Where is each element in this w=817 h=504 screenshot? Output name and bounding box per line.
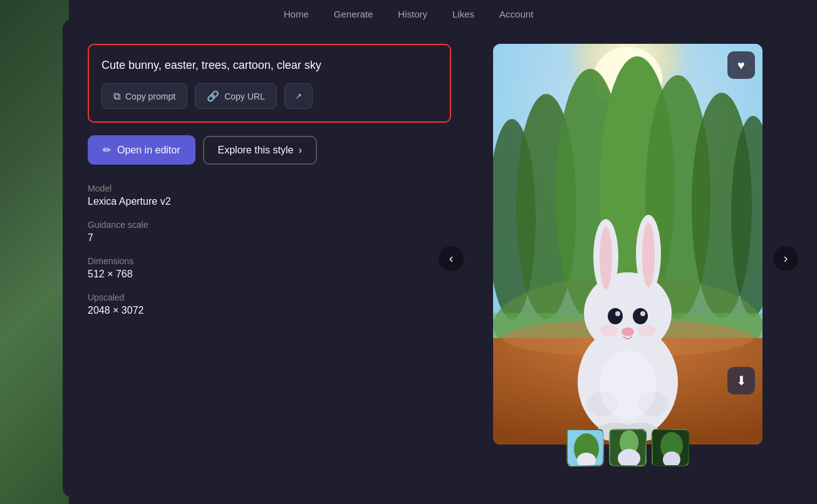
copy-prompt-button[interactable]: ⧉ Copy prompt — [101, 83, 187, 109]
guidance-value: 7 — [88, 232, 451, 244]
download-icon: ⬇ — [736, 373, 747, 388]
model-item: Model Lexica Aperture v2 — [88, 183, 451, 207]
copy-icon: ⧉ — [113, 91, 120, 102]
favorite-button[interactable]: ♥ — [727, 51, 755, 79]
heart-icon: ♥ — [737, 58, 745, 73]
next-image-button[interactable]: › — [773, 246, 798, 271]
prompt-box: Cute bunny, easter, trees, cartoon, clea… — [88, 44, 451, 123]
open-editor-button[interactable]: ✏ Open in editor — [88, 135, 195, 165]
guidance-item: Guidance scale 7 — [88, 220, 451, 244]
left-panel: Cute bunny, easter, trees, cartoon, clea… — [88, 44, 451, 473]
arrow-left-icon: ‹ — [449, 251, 454, 265]
download-button[interactable]: ⬇ — [727, 367, 755, 394]
prompt-text: Cute bunny, easter, trees, cartoon, clea… — [101, 58, 437, 73]
model-label: Model — [88, 183, 451, 193]
thumbnail-strip — [566, 429, 689, 466]
main-image: ♥ ⬇ — [493, 44, 762, 445]
explore-style-label: Explore this style — [218, 145, 294, 156]
dimensions-item: Dimensions 512 × 768 — [88, 256, 451, 280]
explore-style-button[interactable]: Explore this style › — [203, 136, 317, 165]
thumbnail-1[interactable] — [566, 429, 604, 466]
svg-point-26 — [638, 324, 655, 337]
wand-icon: ✏ — [103, 144, 111, 156]
nav-history[interactable]: History — [398, 9, 427, 19]
svg-point-25 — [600, 324, 618, 337]
svg-point-23 — [640, 311, 645, 316]
navbar: Home Generate History Likes Account — [0, 0, 817, 28]
nav-generate[interactable]: Generate — [334, 9, 373, 19]
right-panel: ‹ — [476, 44, 779, 473]
copy-prompt-label: Copy prompt — [125, 91, 175, 101]
nav-likes[interactable]: Likes — [452, 9, 474, 19]
upscaled-value: 2048 × 3072 — [88, 305, 451, 316]
prompt-buttons: ⧉ Copy prompt 🔗 Copy URL ↗ — [101, 83, 437, 109]
copy-url-label: Copy URL — [224, 91, 265, 101]
svg-point-17 — [600, 227, 612, 289]
bg-image-left — [0, 0, 69, 504]
open-editor-label: Open in editor — [117, 145, 180, 156]
model-value: Lexica Aperture v2 — [88, 196, 451, 207]
svg-point-31 — [600, 351, 656, 419]
svg-point-24 — [622, 327, 634, 336]
copy-url-button[interactable]: 🔗 Copy URL — [195, 83, 277, 109]
upscaled-item: Upscaled 2048 × 3072 — [88, 292, 451, 316]
svg-point-20 — [608, 308, 623, 324]
metadata-section: Model Lexica Aperture v2 Guidance scale … — [88, 183, 451, 316]
nav-home[interactable]: Home — [284, 9, 309, 19]
dimensions-value: 512 × 768 — [88, 269, 451, 280]
main-panel: Cute bunny, easter, trees, cartoon, clea… — [63, 19, 804, 498]
external-link-button[interactable]: ↗ — [284, 83, 313, 109]
upscaled-label: Upscaled — [88, 292, 451, 302]
svg-point-21 — [633, 308, 648, 324]
link-icon: 🔗 — [207, 90, 219, 102]
guidance-label: Guidance scale — [88, 220, 451, 230]
nav-account[interactable]: Account — [499, 9, 533, 19]
chevron-right-icon: › — [298, 145, 301, 156]
prev-image-button[interactable]: ‹ — [439, 246, 464, 271]
arrow-right-icon: › — [784, 251, 788, 265]
thumbnail-2[interactable] — [609, 429, 647, 466]
svg-point-15 — [584, 272, 672, 354]
dimensions-label: Dimensions — [88, 256, 451, 266]
svg-point-22 — [615, 311, 620, 316]
svg-point-19 — [642, 222, 655, 287]
thumbnail-3[interactable] — [652, 429, 689, 466]
action-buttons: ✏ Open in editor Explore this style › — [88, 135, 451, 165]
external-icon: ↗ — [295, 91, 302, 101]
